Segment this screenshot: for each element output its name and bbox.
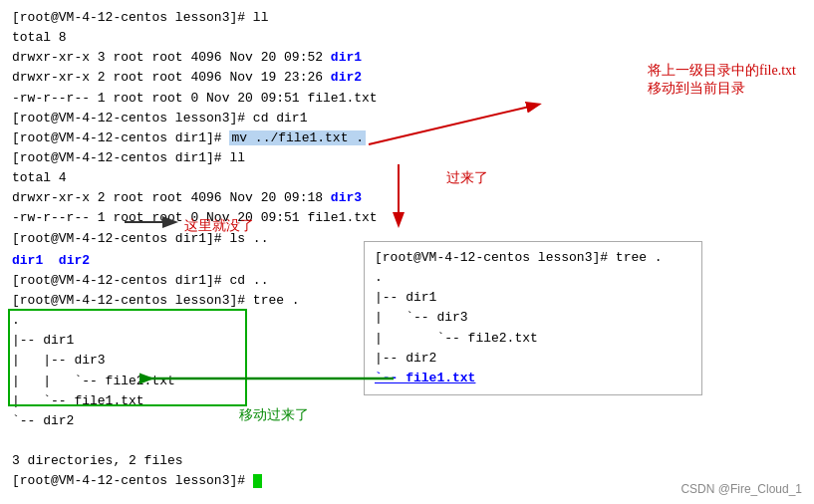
box-line-5: |-- dir2 <box>375 349 691 369</box>
blank-line <box>12 431 802 451</box>
csdn-watermark: CSDN @Fire_Cloud_1 <box>680 482 802 496</box>
line-7: [root@VM-4-12-centos dir1]# mv ../file1.… <box>12 128 802 148</box>
annotation-came-over: 过来了 <box>446 169 488 187</box>
line-9: total 4 <box>12 168 802 188</box>
box-line-4: | `-- file2.txt <box>375 329 691 349</box>
line-10: drwxr-xr-x 2 root root 4096 Nov 20 09:18… <box>12 188 802 208</box>
tree-output-box: [root@VM-4-12-centos lesson3]# tree . . … <box>364 241 702 395</box>
box-line-3: | `-- dir3 <box>375 308 691 328</box>
summary-line: 3 directories, 2 files <box>12 451 802 471</box>
prompt: [root@VM-4-12-centos lesson3]# <box>12 10 253 25</box>
tree-dir2: `-- dir2 <box>12 411 802 431</box>
black-arrow <box>120 211 189 233</box>
box-line-6: `-- file1.txt <box>375 369 691 388</box>
cursor <box>253 474 262 488</box>
annotation-move-file: 将上一级目录中的file.txt 移动到当前目录 <box>648 62 796 98</box>
line-8: [root@VM-4-12-centos dir1]# ll <box>12 148 802 168</box>
annotation-gone: 这里就没了 <box>184 217 254 235</box>
box-line-0: [root@VM-4-12-centos lesson3]# tree . <box>375 248 691 268</box>
box-line-2: |-- dir1 <box>375 288 691 308</box>
cmd: ll <box>253 10 269 25</box>
line-1: [root@VM-4-12-centos lesson3]# ll <box>12 8 802 28</box>
line-6: [root@VM-4-12-centos lesson3]# cd dir1 <box>12 109 802 128</box>
line-2: total 8 <box>12 28 802 48</box>
annotation-moved-over: 移动过来了 <box>239 406 309 424</box>
box-line-1: . <box>375 268 691 288</box>
